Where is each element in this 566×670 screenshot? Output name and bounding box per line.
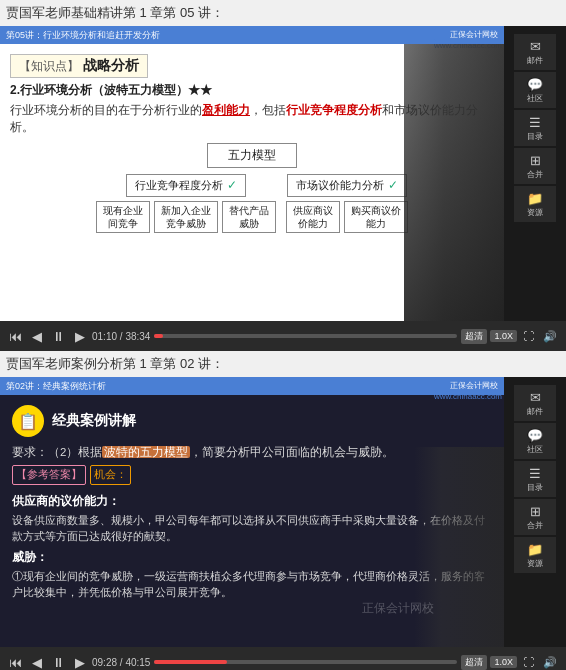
sub-box-1: 现有企业间竞争: [96, 201, 150, 233]
flow-right-col: 市场议价能力分析 ✓ 供应商议价能力 购买商议价能力: [286, 174, 408, 233]
ctrl-right-2: 超清 1.0X ⛶ 🔊: [461, 654, 560, 671]
sub-box-3: 替代产品威胁: [222, 201, 276, 233]
flow-left-col: 行业竞争程度分析 ✓ 现有企业间竞争 新加入企业竞争威胁 替代产品威胁: [96, 174, 276, 233]
fullscreen-btn-1[interactable]: ⛶: [520, 328, 537, 344]
btn-community-1[interactable]: 💬 社区: [514, 72, 556, 108]
v2-header: 📋 经典案例讲解: [12, 405, 492, 437]
volume-btn-2[interactable]: 🔊: [540, 654, 560, 671]
presenter1-overlay: [404, 44, 504, 321]
btn-resource-2[interactable]: 📁 资源: [514, 537, 556, 573]
pause-btn-2[interactable]: ⏸: [49, 653, 68, 671]
video2-right-panel: ✉ 邮件 💬 社区 ☰ 目录 ⊞ 合并 📁 资源: [504, 377, 566, 647]
progress-bar-1[interactable]: [154, 334, 457, 338]
sub-box-5: 购买商议价能力: [344, 201, 408, 233]
video1-right-panel: ✉ 邮件 💬 社区 ☰ 目录 ⊞ 合并 📁 资源: [504, 26, 566, 321]
btn-catalog-1[interactable]: ☰ 目录: [514, 110, 556, 146]
video2-main: 第02讲：经典案例统计析 正保会计网校 www.chinaacc.com 📋 经…: [0, 377, 566, 647]
knowledge-icon: 【知识点】: [19, 58, 79, 75]
flow-center: 五力模型: [207, 143, 297, 168]
slide2-topbar: 第02讲：经典案例统计析: [0, 377, 504, 395]
time-display-1: 01:10 / 38:34: [92, 331, 150, 342]
v2-title: 经典案例讲解: [52, 412, 136, 430]
section1-title: 贾国军老师基础精讲第 1 章第 05 讲：: [0, 0, 566, 26]
video1-main: 第05讲：行业环境分析和追赶开发分析 正保会计网校 www.chinaacc.c…: [0, 26, 566, 321]
slide1-topbar: 第05讲：行业环境分析和追赶开发分析: [0, 26, 504, 44]
btn-email-1[interactable]: ✉ 邮件: [514, 34, 556, 70]
prev-btn-2[interactable]: ◀: [29, 653, 45, 671]
play-btn-1[interactable]: ⏮: [6, 327, 25, 346]
quality-btn-2[interactable]: 超清: [461, 655, 487, 670]
next-btn-2[interactable]: ▶: [72, 653, 88, 671]
btn-email-2[interactable]: ✉ 邮件: [514, 385, 556, 421]
btn-merge-1[interactable]: ⊞ 合并: [514, 148, 556, 184]
flow-sub-right: 供应商议价能力 购买商议价能力: [286, 201, 408, 233]
video1-container: 第05讲：行业环境分析和追赶开发分析 正保会计网校 www.chinaacc.c…: [0, 26, 566, 351]
fullscreen-btn-2[interactable]: ⛶: [520, 654, 537, 670]
prev-btn-1[interactable]: ◀: [29, 327, 45, 346]
v2-answer-label: 【参考答案】: [12, 465, 86, 485]
btn-catalog-2[interactable]: ☰ 目录: [514, 461, 556, 497]
presenter2-overlay: [414, 447, 504, 647]
flow-right: 市场议价能力分析 ✓: [287, 174, 406, 197]
sub-box-2: 新加入企业竞争威胁: [154, 201, 218, 233]
video1-slide: 第05讲：行业环境分析和追赶开发分析 正保会计网校 www.chinaacc.c…: [0, 26, 504, 321]
video2-slide: 第02讲：经典案例统计析 正保会计网校 www.chinaacc.com 📋 经…: [0, 377, 504, 647]
section2-title: 贾国军老师案例分析第 1 章第 02 讲：: [0, 351, 566, 377]
v2-chance-label: 机会：: [90, 465, 131, 485]
quality-btn-1[interactable]: 超清: [461, 329, 487, 344]
flow-sub-left: 现有企业间竞争 新加入企业竞争威胁 替代产品威胁: [96, 201, 276, 233]
speed-btn-1[interactable]: 1.0X: [490, 330, 517, 342]
btn-resource-1[interactable]: 📁 资源: [514, 186, 556, 222]
play-btn-2[interactable]: ⏮: [6, 653, 25, 671]
next-btn-1[interactable]: ▶: [72, 327, 88, 346]
speed-btn-2[interactable]: 1.0X: [490, 656, 517, 668]
v2-icon: 📋: [12, 405, 44, 437]
controls-bar-1: ⏮ ◀ ⏸ ▶ 01:10 / 38:34 超清 1.0X ⛶ 🔊: [0, 321, 566, 351]
slide1-title: 战略分析: [83, 57, 139, 75]
volume-btn-1[interactable]: 🔊: [540, 328, 560, 345]
btn-merge-2[interactable]: ⊞ 合并: [514, 499, 556, 535]
progress-bar-2[interactable]: [154, 660, 457, 664]
controls-bar-2: ⏮ ◀ ⏸ ▶ 09:28 / 40:15 超清 1.0X ⛶ 🔊: [0, 647, 566, 670]
sub-box-4: 供应商议价能力: [286, 201, 340, 233]
btn-community-2[interactable]: 💬 社区: [514, 423, 556, 459]
v2-logo: 正保会计网校 www.chinaacc.com: [434, 379, 502, 401]
time-display-2: 09:28 / 40:15: [92, 657, 150, 668]
ctrl-right-1: 超清 1.0X ⛶ 🔊: [461, 328, 560, 345]
video2-container: 第02讲：经典案例统计析 正保会计网校 www.chinaacc.com 📋 经…: [0, 377, 566, 670]
flow-left: 行业竞争程度分析 ✓: [126, 174, 245, 197]
pause-btn-1[interactable]: ⏸: [49, 327, 68, 346]
